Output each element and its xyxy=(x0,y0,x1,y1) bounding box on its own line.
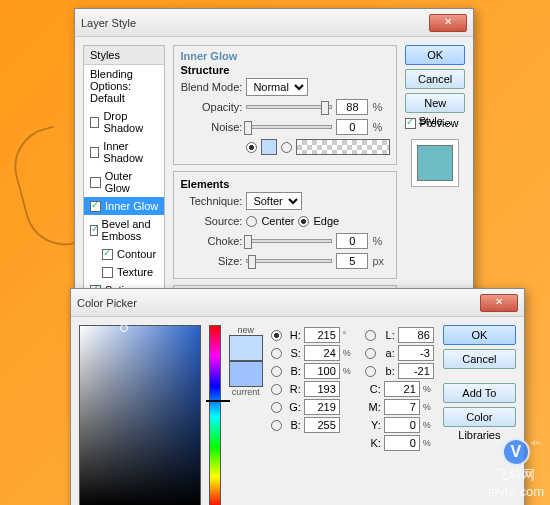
style-item-texture[interactable]: Texture xyxy=(84,263,164,281)
new-color-swatch xyxy=(229,335,263,361)
color-radio[interactable] xyxy=(246,142,257,153)
technique-select[interactable]: Softer xyxy=(246,192,302,210)
l-radio[interactable] xyxy=(365,330,376,341)
style-item-contour[interactable]: Contour xyxy=(84,245,164,263)
checkbox-icon[interactable] xyxy=(102,249,113,260)
color-picker-titlebar: Color Picker ✕ xyxy=(71,289,524,317)
opacity-input[interactable]: 88 xyxy=(336,99,368,115)
bv-input[interactable]: 100 xyxy=(304,363,340,379)
y-input[interactable]: 0 xyxy=(384,417,420,433)
blend-mode-select[interactable]: Normal xyxy=(246,78,308,96)
a-input[interactable]: -3 xyxy=(398,345,434,361)
glow-color-swatch[interactable] xyxy=(261,139,277,155)
noise-label: Noise: xyxy=(180,121,242,133)
sv-marker-icon xyxy=(120,324,128,332)
h-input[interactable]: 215 xyxy=(304,327,340,343)
style-item-drop-shadow[interactable]: Drop Shadow xyxy=(84,107,164,137)
cancel-button[interactable]: Cancel xyxy=(443,349,516,369)
blend-mode-label: Blend Mode: xyxy=(180,81,242,93)
checkbox-icon[interactable] xyxy=(90,177,101,188)
structure-header: Structure xyxy=(180,64,390,76)
window-title: Color Picker xyxy=(77,297,480,309)
b-input[interactable]: 255 xyxy=(304,417,340,433)
panel-title: Inner Glow xyxy=(180,50,390,62)
ok-button[interactable]: OK xyxy=(405,45,465,65)
choke-slider[interactable] xyxy=(246,239,332,243)
checkbox-icon[interactable] xyxy=(90,201,101,212)
watermark: ༺V༻ 飞特网 fevte.com xyxy=(488,438,544,499)
current-color-swatch[interactable] xyxy=(229,361,263,387)
checkbox-icon[interactable] xyxy=(102,267,113,278)
color-libraries-button[interactable]: Color Libraries xyxy=(443,407,516,427)
l-input[interactable]: 86 xyxy=(398,327,434,343)
close-icon[interactable]: ✕ xyxy=(429,14,467,32)
elements-header: Elements xyxy=(180,178,390,190)
source-label: Source: xyxy=(180,215,242,227)
s-radio[interactable] xyxy=(271,348,282,359)
new-style-button[interactable]: New Style... xyxy=(405,93,465,113)
color-fields: H:215° S:24% B:100% R:193 G:219 B:255 L:… xyxy=(271,325,435,505)
opacity-label: Opacity: xyxy=(180,101,242,113)
g-input[interactable]: 219 xyxy=(304,399,340,415)
noise-input[interactable]: 0 xyxy=(336,119,368,135)
elements-panel: Elements Technique:Softer Source:CenterE… xyxy=(173,171,397,279)
cancel-button[interactable]: Cancel xyxy=(405,69,465,89)
gradient-radio[interactable] xyxy=(281,142,292,153)
preview-box xyxy=(411,139,459,187)
technique-label: Technique: xyxy=(180,195,242,207)
close-icon[interactable]: ✕ xyxy=(480,294,518,312)
checkbox-icon[interactable] xyxy=(90,225,98,236)
styles-header[interactable]: Styles xyxy=(84,46,164,65)
k-input[interactable]: 0 xyxy=(384,435,420,451)
add-to-swatches-button[interactable]: Add To Swatches xyxy=(443,383,516,403)
s-input[interactable]: 24 xyxy=(304,345,340,361)
window-title: Layer Style xyxy=(81,17,429,29)
noise-slider[interactable] xyxy=(246,125,332,129)
m-input[interactable]: 7 xyxy=(384,399,420,415)
size-label: Size: xyxy=(180,255,242,267)
ok-button[interactable]: OK xyxy=(443,325,516,345)
style-item-bevel-emboss[interactable]: Bevel and Emboss xyxy=(84,215,164,245)
choke-input[interactable]: 0 xyxy=(336,233,368,249)
checkbox-icon[interactable] xyxy=(90,147,99,158)
color-picker-dialog: Color Picker ✕ new current H:215° S:24% … xyxy=(70,288,525,505)
glow-gradient-picker[interactable] xyxy=(296,139,390,155)
checkbox-icon[interactable] xyxy=(90,117,99,128)
layer-style-titlebar: Layer Style ✕ xyxy=(75,9,473,37)
new-current-preview: new current xyxy=(229,325,263,505)
h-radio[interactable] xyxy=(271,330,282,341)
blab-radio[interactable] xyxy=(365,366,376,377)
opacity-slider[interactable] xyxy=(246,105,332,109)
saturation-value-picker[interactable] xyxy=(79,325,201,505)
style-item-outer-glow[interactable]: Outer Glow xyxy=(84,167,164,197)
r-radio[interactable] xyxy=(271,384,282,395)
blending-options-row[interactable]: Blending Options: Default xyxy=(84,65,164,107)
source-edge-radio[interactable] xyxy=(298,216,309,227)
preview-swatch xyxy=(417,145,453,181)
b-radio[interactable] xyxy=(271,420,282,431)
blab-input[interactable]: -21 xyxy=(398,363,434,379)
hue-marker-icon xyxy=(206,400,230,402)
r-input[interactable]: 193 xyxy=(304,381,340,397)
inner-glow-panel: Inner Glow Structure Blend Mode:Normal O… xyxy=(173,45,397,165)
hue-slider[interactable] xyxy=(209,325,220,505)
c-input[interactable]: 21 xyxy=(384,381,420,397)
size-input[interactable]: 5 xyxy=(336,253,368,269)
preview-checkbox[interactable] xyxy=(405,118,416,129)
style-item-inner-glow[interactable]: Inner Glow xyxy=(84,197,164,215)
size-slider[interactable] xyxy=(246,259,332,263)
a-radio[interactable] xyxy=(365,348,376,359)
source-center-radio[interactable] xyxy=(246,216,257,227)
choke-label: Choke: xyxy=(180,235,242,247)
style-item-inner-shadow[interactable]: Inner Shadow xyxy=(84,137,164,167)
g-radio[interactable] xyxy=(271,402,282,413)
bv-radio[interactable] xyxy=(271,366,282,377)
